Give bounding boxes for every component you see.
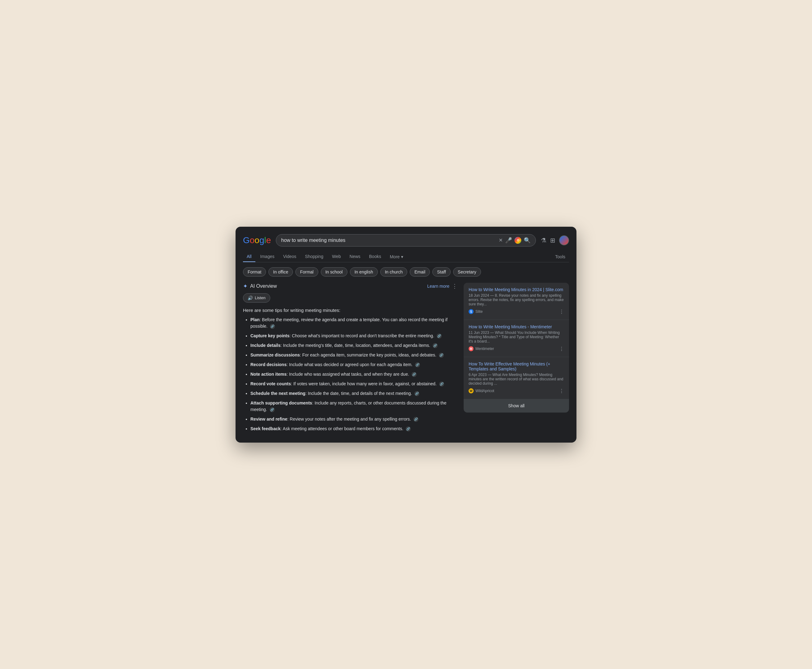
- result-card-text: How To Write Effective Meeting Minutes (…: [468, 361, 564, 394]
- result-title: How To Write Effective Meeting Minutes (…: [468, 361, 564, 371]
- tip-text: : Choose what's important to record and …: [290, 333, 434, 338]
- ai-header-right: Learn more ⋮: [427, 283, 457, 289]
- tip-bold: Schedule the next meeting: [250, 391, 305, 396]
- list-item: Attach supporting documents: Include any…: [250, 400, 457, 413]
- list-item: Record decisions: Include what was decid…: [250, 361, 457, 368]
- results-cards-container: How to Write Meeting Minutes in 2024 | S…: [464, 283, 569, 413]
- header: Google ✕ 🎤 ⊙ 🔍 ⚗ ⊞: [243, 234, 569, 247]
- list-item: Record vote counts: If votes were taken,…: [250, 381, 457, 387]
- tab-images[interactable]: Images: [257, 252, 278, 262]
- list-item: Review and refine: Review your notes aft…: [250, 416, 457, 422]
- result-title: How to Write Meeting Minutes in 2024 | S…: [468, 287, 564, 292]
- chip-email[interactable]: Email: [410, 267, 430, 277]
- search-bar: ✕ 🎤 ⊙ 🔍: [276, 234, 536, 247]
- result-card-text: How to Write Meeting Minutes - Mentimete…: [468, 324, 564, 352]
- chip-in-english[interactable]: In english: [350, 267, 378, 277]
- ai-star-icon: ✦: [243, 283, 248, 289]
- tip-text: : Review your notes after the meeting an…: [287, 417, 411, 422]
- source-link-icon[interactable]: 🔗: [437, 334, 441, 338]
- result-card-text: How to Write Meeting Minutes in 2024 | S…: [468, 287, 564, 315]
- show-all-button[interactable]: Show all: [464, 399, 569, 413]
- source-link-icon[interactable]: 🔗: [411, 372, 416, 377]
- learn-more-link[interactable]: Learn more: [427, 284, 450, 289]
- source-name: Mentimeter: [475, 346, 494, 351]
- tip-bold: Review and refine: [250, 417, 287, 422]
- source-name: WildApricot: [475, 389, 494, 393]
- source-link-icon[interactable]: 🔗: [406, 427, 411, 432]
- tip-bold: Seek feedback: [250, 426, 280, 431]
- tip-text: : If votes were taken, include how many …: [291, 381, 437, 386]
- chip-formal[interactable]: Formal: [295, 267, 318, 277]
- result-date: 6 Apr 2023 — What Are Meeting Minutes? M…: [468, 373, 564, 386]
- chip-in-church[interactable]: In church: [380, 267, 408, 277]
- tip-bold: Record vote counts: [250, 381, 291, 386]
- source-link-icon[interactable]: 🔗: [433, 343, 438, 348]
- source-link-icon[interactable]: 🔗: [270, 407, 275, 412]
- list-item: Note action items: Include who was assig…: [250, 371, 457, 378]
- browser-window: Google ✕ 🎤 ⊙ 🔍 ⚗ ⊞ All Images Videos Sho…: [236, 227, 576, 442]
- apps-grid-icon[interactable]: ⊞: [550, 237, 555, 244]
- filter-chips: Format In office Formal In school In eng…: [243, 267, 569, 277]
- tip-text: : Include the date, time, and details of…: [305, 391, 412, 396]
- list-item: Capture key points: Choose what's import…: [250, 333, 457, 339]
- tip-bold: Plan: [250, 317, 260, 322]
- slite-favicon: S: [468, 309, 473, 314]
- user-avatar[interactable]: [559, 235, 569, 245]
- tab-videos[interactable]: Videos: [279, 252, 300, 262]
- tip-text: : For each agenda item, summarize the ke…: [300, 353, 436, 357]
- right-panel: How to Write Meeting Minutes in 2024 | S…: [464, 283, 569, 435]
- result-title: How to Write Meeting Minutes - Mentimete…: [468, 324, 564, 329]
- clear-search-icon[interactable]: ✕: [499, 237, 503, 243]
- ai-options-icon[interactable]: ⋮: [452, 283, 457, 289]
- result-date: 11 Jun 2023 — What Should You Include Wh…: [468, 331, 564, 343]
- tip-bold: Capture key points: [250, 333, 290, 338]
- flask-icon[interactable]: ⚗: [541, 237, 546, 244]
- list-item: Summarize discussions: For each agenda i…: [250, 352, 457, 358]
- tab-shopping[interactable]: Shopping: [301, 252, 327, 262]
- ai-overview-header: ✦ AI Overview Learn more ⋮: [243, 283, 457, 289]
- result-card-slite[interactable]: How to Write Meeting Minutes in 2024 | S…: [464, 283, 569, 319]
- search-submit-icon[interactable]: 🔍: [524, 237, 531, 244]
- chip-in-office[interactable]: In office: [268, 267, 293, 277]
- tab-tools[interactable]: Tools: [551, 252, 569, 262]
- google-lens-icon[interactable]: ⊙: [514, 237, 521, 244]
- list-item: Seek feedback: Ask meeting attendees or …: [250, 425, 457, 432]
- source-link-icon[interactable]: 🔗: [414, 391, 419, 396]
- chip-staff[interactable]: Staff: [432, 267, 451, 277]
- source-link-icon[interactable]: 🔗: [439, 382, 444, 387]
- source-link-icon[interactable]: 🔗: [413, 417, 418, 422]
- tab-books[interactable]: Books: [366, 252, 385, 262]
- result-options-icon[interactable]: ⋮: [559, 346, 564, 352]
- tip-bold: Record decisions: [250, 362, 287, 367]
- ai-tips-list: Plan: Before the meeting, review the age…: [243, 316, 457, 432]
- result-card-inner: How to Write Meeting Minutes - Mentimete…: [468, 324, 564, 352]
- listen-label: Listen: [255, 296, 266, 300]
- listen-button[interactable]: 🔊 Listen: [243, 293, 270, 303]
- nav-tabs: All Images Videos Shopping Web News Book…: [243, 252, 569, 262]
- tab-all[interactable]: All: [243, 252, 255, 262]
- main-content: ✦ AI Overview Learn more ⋮ 🔊 Listen Here…: [243, 283, 569, 435]
- result-card-wildapricot[interactable]: How To Write Effective Meeting Minutes (…: [464, 357, 569, 398]
- result-date: 18 Jun 2024 — 8. Revise your notes and f…: [468, 293, 564, 306]
- tab-news[interactable]: News: [346, 252, 364, 262]
- microphone-icon[interactable]: 🎤: [505, 237, 512, 244]
- chip-in-school[interactable]: In school: [321, 267, 347, 277]
- google-logo: Google: [243, 235, 271, 245]
- tab-more[interactable]: More ▾: [386, 252, 407, 262]
- source-link-icon[interactable]: 🔗: [270, 324, 275, 329]
- tip-bold: Attach supporting documents: [250, 400, 312, 405]
- chip-format[interactable]: Format: [243, 267, 266, 277]
- result-card-mentimeter[interactable]: How to Write Meeting Minutes - Mentimete…: [464, 319, 569, 356]
- tip-text: : Before the meeting, review the agenda …: [250, 317, 448, 329]
- result-options-icon[interactable]: ⋮: [559, 309, 564, 315]
- source-link-icon[interactable]: 🔗: [439, 353, 444, 358]
- source-link-icon[interactable]: 🔗: [415, 362, 420, 367]
- result-card-inner: How To Write Effective Meeting Minutes (…: [468, 361, 564, 394]
- chip-secretary[interactable]: Secretary: [453, 267, 481, 277]
- tab-web[interactable]: Web: [328, 252, 345, 262]
- result-options-icon[interactable]: ⋮: [559, 388, 564, 394]
- ai-title-row: ✦ AI Overview: [243, 283, 277, 289]
- search-input[interactable]: [281, 237, 496, 243]
- list-item: Include details: Include the meeting's t…: [250, 342, 457, 349]
- tip-bold: Summarize discussions: [250, 353, 300, 357]
